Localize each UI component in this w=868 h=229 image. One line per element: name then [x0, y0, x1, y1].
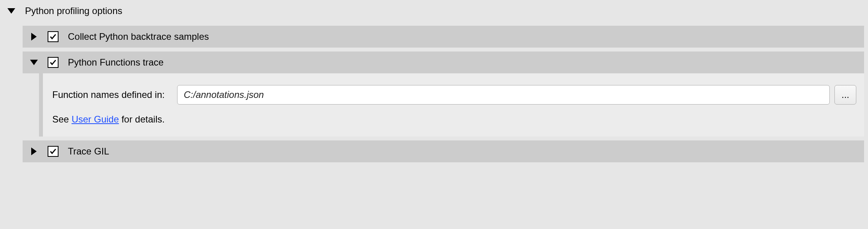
expand-toggle-backtrace[interactable] [30, 33, 38, 41]
help-text: See User Guide for details. [52, 114, 856, 125]
functions-trace-section-header[interactable]: Python Functions trace [23, 51, 864, 73]
function-names-input[interactable] [177, 85, 830, 105]
chevron-down-icon [7, 8, 15, 14]
chevron-right-icon [31, 147, 37, 155]
chevron-down-icon [30, 60, 38, 65]
checkmark-icon [49, 33, 57, 41]
expand-toggle-trace-gil[interactable] [30, 147, 38, 155]
trace-gil-checkbox[interactable] [48, 146, 59, 157]
help-suffix: for details. [119, 114, 165, 124]
backtrace-checkbox[interactable] [48, 31, 59, 42]
functions-trace-content: Function names defined in: ... See User … [39, 73, 864, 137]
chevron-right-icon [31, 33, 37, 41]
functions-trace-label: Python Functions trace [68, 57, 163, 68]
main-section-title: Python profiling options [25, 5, 122, 16]
help-prefix: See [52, 114, 71, 124]
function-names-label: Function names defined in: [52, 89, 177, 100]
trace-gil-section-header[interactable]: Trace GIL [23, 140, 864, 162]
checkmark-icon [49, 59, 57, 66]
checkmark-icon [49, 147, 57, 155]
user-guide-link[interactable]: User Guide [71, 114, 119, 124]
browse-button[interactable]: ... [834, 85, 856, 105]
expand-toggle-functions-trace[interactable] [30, 60, 38, 65]
function-names-field-row: Function names defined in: ... [52, 85, 856, 105]
trace-gil-label: Trace GIL [68, 146, 109, 157]
backtrace-section-header[interactable]: Collect Python backtrace samples [23, 26, 864, 48]
functions-trace-checkbox[interactable] [48, 57, 59, 68]
backtrace-label: Collect Python backtrace samples [68, 31, 209, 42]
expand-toggle-main[interactable] [7, 8, 16, 14]
main-section-header[interactable]: Python profiling options [0, 0, 868, 22]
